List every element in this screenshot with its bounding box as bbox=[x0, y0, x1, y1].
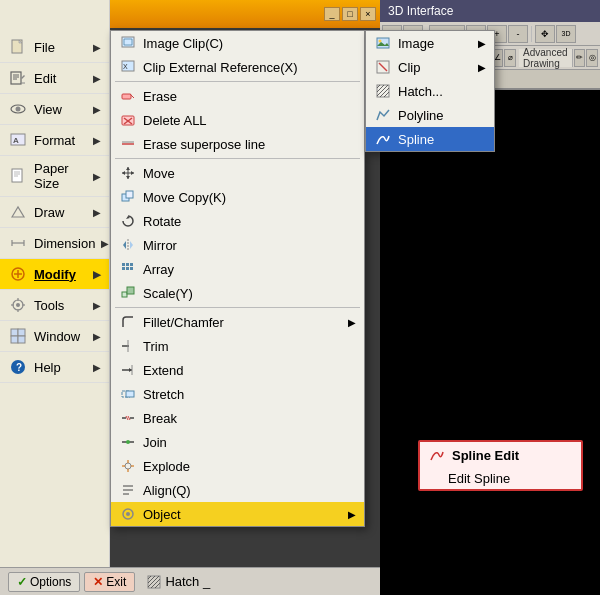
svg-line-73 bbox=[126, 416, 128, 420]
submenu-item-clip[interactable]: Clip ▶ bbox=[366, 55, 494, 79]
menu-item-join[interactable]: Join bbox=[111, 430, 364, 454]
sidebar-label-format: Format bbox=[34, 133, 75, 148]
spline-edit-submenu: Spline Edit Edit Spline bbox=[418, 440, 583, 491]
rt-adv-2[interactable]: ◎ bbox=[586, 49, 598, 67]
exit-button[interactable]: ✕ Exit bbox=[84, 572, 135, 592]
svg-rect-51 bbox=[126, 191, 133, 198]
rt-3d[interactable]: 3D bbox=[556, 25, 576, 43]
menu-item-move-copy[interactable]: Move Copy(K) bbox=[111, 185, 364, 209]
scale-icon bbox=[119, 284, 137, 302]
sidebar-label-dimension: Dimension bbox=[34, 236, 95, 251]
svg-rect-27 bbox=[11, 329, 18, 336]
options-button[interactable]: ✓ Options bbox=[8, 572, 80, 592]
view-icon bbox=[8, 99, 28, 119]
hatch-section: Hatch _ bbox=[147, 574, 210, 589]
object-arrow: ▶ bbox=[348, 509, 356, 520]
rt-zoom-out[interactable]: - bbox=[508, 25, 528, 43]
svg-marker-54 bbox=[123, 241, 126, 249]
menu-item-extend[interactable]: Extend bbox=[111, 358, 364, 382]
menu-label-move: Move bbox=[143, 166, 175, 181]
svg-marker-55 bbox=[130, 241, 133, 249]
sidebar-item-format[interactable]: A Format ▶ bbox=[0, 125, 109, 156]
rt-pan[interactable]: ✥ bbox=[535, 25, 555, 43]
adv-drawing-section-label: Advanced Drawing bbox=[519, 49, 573, 67]
menu-label-clip-xref: Clip External Reference(X) bbox=[143, 60, 298, 75]
minimize-button[interactable]: _ bbox=[324, 7, 340, 21]
file-icon bbox=[8, 37, 28, 57]
sidebar-item-dimension[interactable]: Dimension ▶ bbox=[0, 228, 109, 259]
spline-edit-header: Spline Edit bbox=[420, 442, 581, 468]
menu-item-explode[interactable]: Explode bbox=[111, 454, 364, 478]
sidebar-label-file: File bbox=[34, 40, 55, 55]
options-label: Options bbox=[30, 575, 71, 589]
menu-label-stretch: Stretch bbox=[143, 387, 184, 402]
menu-item-fillet[interactable]: Fillet/Chamfer ▶ bbox=[111, 310, 364, 334]
spline-edit-icon bbox=[428, 446, 446, 464]
close-button[interactable]: × bbox=[360, 7, 376, 21]
erase-superpose-icon bbox=[119, 135, 137, 153]
rotate-icon bbox=[119, 212, 137, 230]
sidebar-label-window: Window bbox=[34, 329, 80, 344]
menu-item-delete-all[interactable]: Delete ALL bbox=[111, 108, 364, 132]
svg-line-95 bbox=[377, 85, 384, 92]
rt-dim-4[interactable]: ⌀ bbox=[504, 49, 516, 67]
sidebar-item-file[interactable]: File ▶ bbox=[0, 32, 109, 63]
sidebar-item-draw[interactable]: Draw ▶ bbox=[0, 197, 109, 228]
image-arrow: ▶ bbox=[478, 38, 486, 49]
menu-item-break[interactable]: Break bbox=[111, 406, 364, 430]
sidebar-item-modify[interactable]: Modify ▶ bbox=[0, 259, 109, 290]
svg-rect-61 bbox=[130, 267, 133, 270]
sidebar-arrow-window: ▶ bbox=[93, 331, 101, 342]
submenu-item-spline[interactable]: Spline bbox=[366, 127, 494, 151]
menu-item-trim[interactable]: Trim bbox=[111, 334, 364, 358]
sidebar-item-view[interactable]: View ▶ bbox=[0, 94, 109, 125]
submenu-item-hatch[interactable]: Hatch... bbox=[366, 79, 494, 103]
sidebar-item-edit[interactable]: Edit ▶ bbox=[0, 63, 109, 94]
submenu-label-clip: Clip bbox=[398, 60, 420, 75]
object-submenu: Image ▶ Clip ▶ Hatch... Polyline Spline bbox=[365, 30, 495, 152]
submenu-item-image[interactable]: Image ▶ bbox=[366, 31, 494, 55]
menu-item-scale[interactable]: Scale(Y) bbox=[111, 281, 364, 305]
menu-item-object[interactable]: Object ▶ bbox=[111, 502, 364, 526]
menu-item-erase-superpose[interactable]: Erase superpose line bbox=[111, 132, 364, 156]
menu-item-stretch[interactable]: Stretch bbox=[111, 382, 364, 406]
sidebar-item-help[interactable]: ? Help ▶ bbox=[0, 352, 109, 383]
modify-dropdown-menu: Image Clip(C) X Clip External Reference(… bbox=[110, 30, 365, 527]
status-bar: ✓ Options ✕ Exit Hatch _ bbox=[0, 567, 380, 595]
dimension-icon bbox=[8, 233, 28, 253]
sidebar-label-tools: Tools bbox=[34, 298, 64, 313]
menu-item-mirror[interactable]: Mirror bbox=[111, 233, 364, 257]
object-icon bbox=[119, 505, 137, 523]
menu-item-array[interactable]: Array bbox=[111, 257, 364, 281]
submenu-spline-icon bbox=[374, 130, 392, 148]
sidebar-item-paper-size[interactable]: Paper Size ▶ bbox=[0, 156, 109, 197]
sidebar-label-edit: Edit bbox=[34, 71, 56, 86]
tools-icon bbox=[8, 295, 28, 315]
svg-marker-46 bbox=[126, 167, 130, 170]
menu-item-erase[interactable]: Erase bbox=[111, 84, 364, 108]
menu-label-erase: Erase bbox=[143, 89, 177, 104]
sidebar-item-window[interactable]: Window ▶ bbox=[0, 321, 109, 352]
menu-item-image-clip[interactable]: Image Clip(C) bbox=[111, 31, 364, 55]
svg-rect-93 bbox=[377, 85, 389, 97]
svg-line-97 bbox=[380, 88, 389, 97]
join-icon bbox=[119, 433, 137, 451]
submenu-label-image: Image bbox=[398, 36, 434, 51]
sidebar-arrow-file: ▶ bbox=[93, 42, 101, 53]
extend-icon bbox=[119, 361, 137, 379]
svg-rect-63 bbox=[127, 287, 134, 294]
menu-item-rotate[interactable]: Rotate bbox=[111, 209, 364, 233]
submenu-item-polyline[interactable]: Polyline bbox=[366, 103, 494, 127]
canvas-area[interactable] bbox=[380, 90, 600, 595]
maximize-button[interactable]: □ bbox=[342, 7, 358, 21]
sidebar-item-tools[interactable]: Tools ▶ bbox=[0, 290, 109, 321]
image-clip-icon bbox=[119, 34, 137, 52]
menu-item-clip-xref[interactable]: X Clip External Reference(X) bbox=[111, 55, 364, 79]
menu-item-align[interactable]: Align(Q) bbox=[111, 478, 364, 502]
svg-rect-30 bbox=[18, 336, 25, 343]
submenu-edit-spline[interactable]: Edit Spline bbox=[420, 468, 581, 489]
menu-item-move[interactable]: Move bbox=[111, 161, 364, 185]
svg-rect-37 bbox=[122, 94, 131, 99]
rt-adv-1[interactable]: ✏ bbox=[574, 49, 586, 67]
sidebar-label-modify: Modify bbox=[34, 267, 76, 282]
